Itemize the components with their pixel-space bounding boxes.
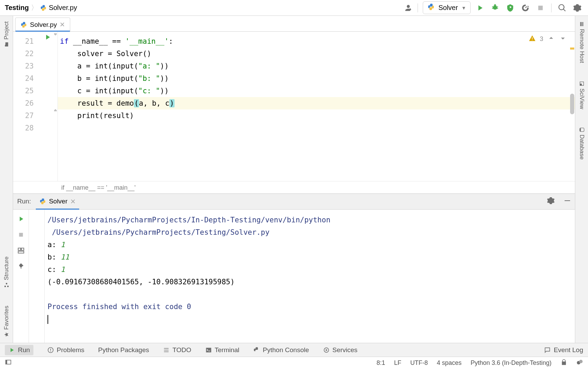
breadcrumb-project[interactable]: Testing bbox=[5, 4, 29, 12]
profile-button[interactable] bbox=[519, 2, 531, 14]
code-with-me-icon[interactable] bbox=[404, 3, 413, 12]
svg-rect-4 bbox=[565, 200, 570, 201]
python-icon bbox=[39, 198, 46, 205]
svg-rect-13 bbox=[580, 84, 581, 85]
sciview-icon bbox=[579, 81, 585, 86]
svg-rect-1 bbox=[4, 286, 6, 287]
run-toolbar-right bbox=[29, 210, 45, 343]
breadcrumb-file[interactable]: Solver.py bbox=[49, 4, 77, 12]
inspection-indicator[interactable]: 3 bbox=[529, 34, 567, 44]
run-configuration-name: Solver bbox=[438, 4, 458, 12]
bottom-tool-stripe: Run Problems Python Packages TODO Termin… bbox=[0, 343, 588, 357]
svg-rect-5 bbox=[19, 233, 23, 236]
ide-errors-icon[interactable] bbox=[576, 359, 583, 367]
svg-rect-9 bbox=[580, 22, 581, 26]
left-tool-stripe: Project Structure Favorites bbox=[0, 16, 13, 343]
breadcrumb[interactable]: Testing 〉 Solver.py bbox=[5, 3, 77, 12]
svg-point-23 bbox=[579, 360, 582, 363]
editor-context-breadcrumb[interactable]: if __name__ == '__main__' bbox=[13, 181, 575, 193]
toolwindow-packages-tab[interactable]: Python Packages bbox=[98, 346, 149, 354]
code-editor[interactable]: 2122232425262728 if __name__ == '__main_… bbox=[13, 32, 575, 181]
svg-rect-11 bbox=[583, 22, 583, 26]
read-only-toggle-icon[interactable] bbox=[560, 359, 567, 367]
svg-rect-0 bbox=[538, 6, 543, 10]
toolwindow-todo-tab[interactable]: TODO bbox=[163, 346, 191, 354]
run-configuration-selector[interactable]: Solver ▼ bbox=[423, 1, 471, 14]
svg-rect-17 bbox=[50, 351, 51, 352]
toolwindow-python-console-tab[interactable]: Python Console bbox=[253, 346, 309, 354]
fold-icon[interactable] bbox=[53, 32, 58, 39]
toolwindow-services-tab[interactable]: Services bbox=[323, 346, 358, 354]
run-tool-window: Run: Solver ✕ bbox=[13, 193, 575, 343]
star-icon bbox=[4, 332, 9, 337]
toolwindow-sciview-tab[interactable]: SciView bbox=[578, 79, 586, 111]
warning-icon bbox=[529, 35, 536, 43]
editor-tab-solver[interactable]: Solver.py ✕ bbox=[15, 18, 70, 31]
python-file-icon bbox=[20, 21, 27, 28]
editor-gutter[interactable]: 2122232425262728 bbox=[13, 32, 58, 181]
rerun-button[interactable] bbox=[16, 214, 26, 224]
run-label: Run: bbox=[17, 198, 31, 205]
python-interpreter[interactable]: Python 3.6 (In-Depth-Testing) bbox=[471, 359, 552, 367]
stop-button[interactable] bbox=[16, 230, 26, 240]
file-encoding[interactable]: UTF-8 bbox=[410, 359, 428, 367]
inspection-count: 3 bbox=[540, 35, 543, 43]
chevron-right-icon: 〉 bbox=[31, 3, 38, 12]
toolwindow-terminal-tab[interactable]: Terminal bbox=[205, 346, 240, 354]
settings-button[interactable] bbox=[571, 2, 583, 14]
toolwindow-project-tab[interactable]: Project bbox=[2, 19, 11, 49]
hide-tool-window-icon[interactable] bbox=[563, 197, 571, 206]
editor-scrollbar[interactable] bbox=[569, 32, 574, 181]
editor-tab-label: Solver.py bbox=[30, 21, 57, 29]
caret-position[interactable]: 8:1 bbox=[377, 359, 385, 367]
indent-settings[interactable]: 4 spaces bbox=[437, 359, 462, 367]
run-console-output[interactable]: /Users/jetbrains/PycharmProjects/In-Dept… bbox=[45, 210, 575, 343]
navigation-bar: Testing 〉 Solver.py Solver ▼ bbox=[0, 0, 588, 16]
fold-end-icon[interactable] bbox=[53, 107, 58, 114]
next-highlight-icon[interactable] bbox=[559, 34, 567, 44]
toolwindows-quick-access-icon[interactable] bbox=[5, 359, 12, 367]
structure-icon bbox=[4, 282, 9, 288]
run-with-coverage-button[interactable] bbox=[504, 2, 516, 14]
svg-rect-6 bbox=[18, 248, 20, 250]
right-tool-stripe: Remote Host SciView Database bbox=[575, 16, 588, 343]
svg-rect-7 bbox=[21, 248, 23, 250]
svg-rect-10 bbox=[581, 22, 582, 26]
close-icon[interactable]: ✕ bbox=[70, 198, 76, 205]
editor-tabs: Solver.py ✕ bbox=[13, 16, 575, 32]
toolwindow-database-tab[interactable]: Database bbox=[578, 125, 586, 162]
toolwindow-run-tab[interactable]: Run bbox=[5, 345, 33, 355]
prev-highlight-icon[interactable] bbox=[547, 34, 555, 44]
run-settings-icon[interactable] bbox=[547, 197, 555, 206]
svg-rect-8 bbox=[18, 251, 24, 253]
database-icon bbox=[579, 127, 585, 133]
svg-rect-2 bbox=[7, 286, 9, 287]
chevron-down-icon: ▼ bbox=[461, 5, 466, 11]
remote-icon bbox=[579, 21, 585, 27]
gutter-run-icon[interactable] bbox=[43, 33, 52, 43]
svg-point-14 bbox=[579, 128, 581, 132]
svg-rect-3 bbox=[6, 283, 7, 284]
line-separator[interactable]: LF bbox=[394, 359, 401, 367]
svg-rect-18 bbox=[206, 348, 211, 352]
pin-tab-button[interactable] bbox=[16, 261, 26, 272]
python-icon bbox=[427, 3, 435, 12]
search-everywhere-button[interactable] bbox=[556, 2, 568, 14]
run-toolbar-left bbox=[13, 210, 29, 343]
stop-button[interactable] bbox=[535, 2, 546, 14]
toolwindow-remotehost-tab[interactable]: Remote Host bbox=[578, 19, 586, 65]
svg-rect-16 bbox=[50, 348, 51, 350]
toolwindow-eventlog-tab[interactable]: Event Log bbox=[544, 346, 583, 354]
run-tab-solver[interactable]: Solver ✕ bbox=[36, 194, 79, 209]
status-bar: 8:1 LF UTF-8 4 spaces Python 3.6 (In-Dep… bbox=[0, 357, 588, 369]
toolwindow-structure-tab[interactable]: Structure bbox=[2, 254, 11, 290]
run-button[interactable] bbox=[474, 2, 486, 14]
folder-icon bbox=[4, 42, 9, 47]
python-file-icon bbox=[40, 4, 47, 11]
close-icon[interactable]: ✕ bbox=[60, 21, 65, 29]
debug-button[interactable] bbox=[489, 2, 501, 14]
toolwindow-problems-tab[interactable]: Problems bbox=[47, 346, 84, 354]
layout-button[interactable] bbox=[16, 245, 26, 256]
toolwindow-favorites-tab[interactable]: Favorites bbox=[2, 304, 11, 339]
svg-rect-21 bbox=[6, 360, 7, 364]
